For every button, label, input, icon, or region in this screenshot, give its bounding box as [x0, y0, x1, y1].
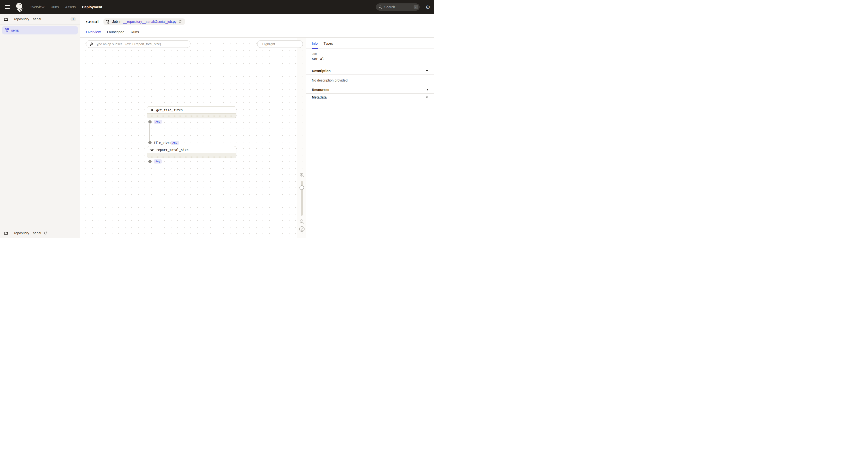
left-sidebar: __repository__serial 1 serial __reposito…: [0, 14, 80, 238]
job-graph-icon: [5, 28, 9, 32]
search-icon: [379, 5, 382, 9]
section-resources[interactable]: Resources: [306, 86, 434, 94]
refresh-icon: [44, 231, 48, 235]
job-label: Job: [312, 52, 428, 56]
op-icon: [150, 148, 154, 151]
tab-overview[interactable]: Overview: [86, 30, 100, 37]
section-metadata[interactable]: Metadata: [306, 94, 434, 101]
output-port[interactable]: [148, 120, 152, 124]
op-icon: [150, 109, 154, 111]
nav-item-overview[interactable]: Overview: [30, 5, 44, 9]
description-content: No description provided: [306, 75, 434, 86]
output-port[interactable]: [148, 160, 152, 163]
job-origin-link[interactable]: __repository__serial@serial_job.py: [123, 20, 177, 24]
details-panel: Info Types Job serial Description No des…: [306, 38, 434, 238]
op-node-body: [147, 153, 236, 158]
op-subset-input-wrap: [86, 40, 190, 48]
top-navbar: Overview Runs Assets Deployment Search..…: [0, 0, 434, 14]
nav-item-assets[interactable]: Assets: [65, 5, 76, 9]
hamburger-menu-icon[interactable]: [5, 4, 11, 10]
output-type-badge[interactable]: Any: [154, 159, 162, 164]
reload-repository-button[interactable]: [44, 231, 48, 235]
folder-icon: [4, 231, 8, 235]
chevron-down-icon: [426, 97, 428, 98]
download-image-button[interactable]: [299, 226, 305, 232]
op-graph-canvas[interactable]: get_file_sizes Any file_sizes Any: [80, 38, 306, 238]
op-node-report-total-size[interactable]: report_total_size: [147, 146, 236, 158]
panel-tab-info[interactable]: Info: [312, 41, 318, 49]
panel-tabs: Info Types: [306, 38, 434, 49]
sidebar-item-label: serial: [11, 28, 19, 32]
repository-header[interactable]: __repository__serial 1: [0, 14, 80, 25]
job-origin-prefix: Job in: [112, 20, 121, 24]
nav-item-deployment[interactable]: Deployment: [82, 5, 102, 9]
page-title: serial: [86, 19, 99, 25]
dagster-logo-icon[interactable]: [15, 2, 24, 12]
zoom-slider-handle[interactable]: [300, 185, 304, 190]
repository-name: __repository__serial: [10, 17, 41, 21]
zoom-out-button[interactable]: [300, 219, 304, 224]
op-subset-input[interactable]: [95, 42, 187, 46]
op-name: report_total_size: [156, 148, 188, 151]
settings-gear-icon[interactable]: ⚙: [426, 5, 430, 10]
op-node-body: [147, 113, 236, 118]
sidebar-footer: __repository__serial: [0, 228, 80, 238]
job-list: serial: [0, 25, 80, 36]
folder-icon: [4, 17, 8, 21]
output-type-badge[interactable]: Any: [154, 120, 162, 124]
primary-nav: Overview Runs Assets Deployment: [30, 5, 102, 9]
input-port[interactable]: [148, 141, 152, 144]
highlight-input-wrap: [257, 40, 303, 48]
job-graph-icon: [106, 20, 110, 24]
op-node-get-file-sizes[interactable]: get_file_sizes: [147, 106, 236, 118]
op-name: get_file_sizes: [156, 108, 183, 112]
chevron-down-icon: [426, 70, 428, 72]
section-description[interactable]: Description: [306, 67, 434, 75]
job-summary: Job serial: [306, 49, 434, 67]
sidebar-item-serial[interactable]: serial: [2, 26, 78, 34]
panel-tab-types[interactable]: Types: [323, 41, 333, 49]
repository-count-badge: 1: [70, 17, 76, 21]
search-placeholder: Search...: [384, 5, 412, 9]
main-content: serial Job in __repository__serial@seria…: [80, 14, 434, 238]
dependency-edge: [149, 124, 150, 141]
input-name-label: file_sizes: [154, 141, 171, 145]
job-name-value: serial: [312, 57, 428, 61]
reload-icon[interactable]: [179, 20, 182, 23]
job-tabs: Overview Launchpad Runs: [86, 30, 428, 37]
page-header: serial Job in __repository__serial@seria…: [80, 14, 434, 38]
global-search[interactable]: Search... /: [376, 3, 420, 11]
chevron-right-icon: [427, 89, 428, 91]
input-type-badge[interactable]: Any: [171, 141, 179, 145]
op-selector-icon: [89, 42, 93, 46]
job-origin-pill: Job in __repository__serial@serial_job.p…: [103, 19, 185, 25]
highlight-input[interactable]: [262, 42, 305, 46]
footer-repository-name: __repository__serial: [10, 231, 41, 235]
search-shortcut-key: /: [413, 5, 418, 9]
tab-launchpad[interactable]: Launchpad: [107, 30, 124, 37]
zoom-in-button[interactable]: [300, 173, 304, 178]
nav-item-runs[interactable]: Runs: [51, 5, 59, 9]
tab-runs[interactable]: Runs: [131, 30, 139, 37]
